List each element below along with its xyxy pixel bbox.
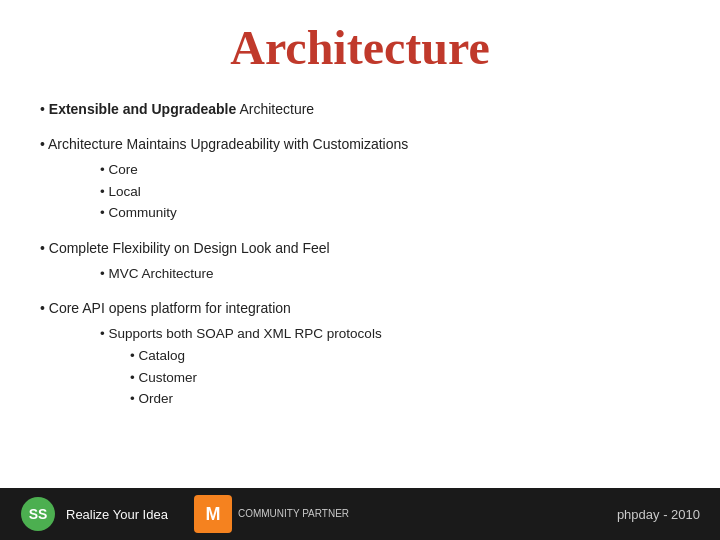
sub-bullet-2-3: Community bbox=[100, 202, 680, 224]
footer: SS Realize Your Idea M COMMUNITY PARTNER… bbox=[0, 488, 720, 540]
sub-bullets-2: Core Local Community bbox=[40, 159, 680, 224]
bullet-prefix-3: • bbox=[40, 240, 49, 256]
bullet-main-1: • Extensible and Upgradeable Architectur… bbox=[40, 99, 680, 120]
magento-label: COMMUNITY PARTNER bbox=[238, 508, 349, 520]
bullet-section-3: • Complete Flexibility on Design Look an… bbox=[40, 238, 680, 285]
footer-left: SS Realize Your Idea M COMMUNITY PARTNER bbox=[20, 495, 349, 533]
realize-text: Realize Your Idea bbox=[66, 507, 168, 522]
bullet-section-1: • Extensible and Upgradeable Architectur… bbox=[40, 99, 680, 120]
svg-text:M: M bbox=[205, 504, 220, 524]
bullet-main-4: • Core API opens platform for integratio… bbox=[40, 298, 680, 319]
bullet-section-2: • Architecture Maintains Upgradeability … bbox=[40, 134, 680, 224]
bullet-main-2: • Architecture Maintains Upgradeability … bbox=[40, 134, 680, 155]
bullet-text-1: Architecture bbox=[236, 101, 314, 117]
bullet-prefix-4: • bbox=[40, 300, 49, 316]
svg-text:SS: SS bbox=[29, 506, 48, 522]
sub-sub-bullet-4-3: Order bbox=[130, 388, 680, 410]
magento-logo: M COMMUNITY PARTNER bbox=[194, 495, 349, 533]
bullet-text-3: Complete Flexibility on Design Look and … bbox=[49, 240, 330, 256]
sub-bullets-4: Supports both SOAP and XML RPC protocols… bbox=[40, 323, 680, 409]
footer-event-text: phpday - 2010 bbox=[617, 507, 700, 522]
sub-sub-bullet-4-2: Customer bbox=[130, 367, 680, 389]
oss-icon: SS bbox=[20, 496, 56, 532]
sub-bullet-2-1: Core bbox=[100, 159, 680, 181]
oss-logo: SS bbox=[20, 496, 56, 532]
bullet-main-3: • Complete Flexibility on Design Look an… bbox=[40, 238, 680, 259]
bullet-text-2: Architecture Maintains Upgradeability wi… bbox=[48, 136, 408, 152]
main-content: Architecture • Extensible and Upgradeabl… bbox=[0, 0, 720, 488]
bullet-prefix-1: • bbox=[40, 101, 49, 117]
sub-bullet-3-1: MVC Architecture bbox=[100, 263, 680, 285]
bullet-section-4: • Core API opens platform for integratio… bbox=[40, 298, 680, 409]
sub-sub-bullets-4: Catalog Customer Order bbox=[100, 345, 680, 410]
sub-bullet-2-2: Local bbox=[100, 181, 680, 203]
sub-bullet-4-parent: Supports both SOAP and XML RPC protocols… bbox=[100, 323, 680, 409]
magento-icon: M bbox=[194, 495, 232, 533]
bullet-text-4: Core API opens platform for integration bbox=[49, 300, 291, 316]
bullet-prefix-2: • bbox=[40, 136, 48, 152]
sub-sub-bullet-4-1: Catalog bbox=[130, 345, 680, 367]
slide-title: Architecture bbox=[40, 20, 680, 75]
bullet-bold-1: Extensible and Upgradeable bbox=[49, 101, 237, 117]
sub-bullets-3: MVC Architecture bbox=[40, 263, 680, 285]
slide-container: Architecture • Extensible and Upgradeabl… bbox=[0, 0, 720, 540]
